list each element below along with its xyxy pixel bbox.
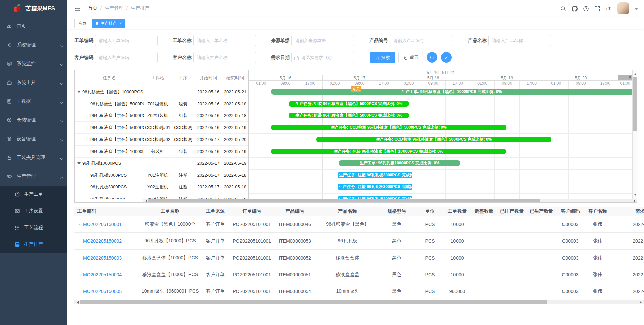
gantt-task-grid: 任务名工作站工序开始时间结束时间96孔移液盒【黑色】10000PCS2022-0… xyxy=(75,70,249,199)
table-row[interactable]: MO20220515000510mm吸头【960000】PCS客户订单PO202… xyxy=(74,283,644,298)
tab-production-scheduling[interactable]: 生产排产 × xyxy=(92,19,125,28)
gantt-task-row[interactable]: 96孔移液盒【黑色】10000PCS2022-05-162022-05-21 xyxy=(75,86,249,98)
product-code-input[interactable] xyxy=(390,35,452,46)
work-order-link[interactable]: MO202205150005 xyxy=(83,289,122,294)
hamburger-icon xyxy=(74,6,80,12)
scroll-right-arrow[interactable] xyxy=(640,301,643,304)
sidebar-item-production-work-order[interactable]: 生产工单 xyxy=(0,186,67,203)
scrollbar-thumb[interactable] xyxy=(633,77,637,131)
gantt-bar[interactable]: 生产任务: CCD检测 96孔移液盒【黑色】5000PCS 完成比例: 0% xyxy=(271,125,506,130)
tab-close-icon[interactable]: × xyxy=(119,21,122,26)
scroll-left-arrow[interactable] xyxy=(75,301,79,304)
gantt-task-row[interactable]: 96孔孔板3000PCSY03注塑机注塑2022-05-172022-05-18 xyxy=(75,193,249,199)
header-search-icon[interactable] xyxy=(560,5,566,11)
sidebar-item-warehouse-management[interactable]: 仓储管理 xyxy=(0,111,67,129)
task-end-date: 2022-05-19 xyxy=(222,146,249,157)
sidebar-item-master-data[interactable]: 主数据 xyxy=(0,92,67,111)
scrollbar-thumb[interactable] xyxy=(148,199,540,203)
cell-demand: 2022-05-22 xyxy=(611,272,644,277)
search-button[interactable]: 搜索 xyxy=(370,52,395,63)
font-size-icon[interactable]: TT xyxy=(606,5,612,11)
product-code-label: 产品编号 xyxy=(369,35,389,46)
table-row[interactable]: MO202205150004移液盒盒盖【10000】PCS客户订单PO20220… xyxy=(74,266,644,283)
sidebar-item-production-scheduling[interactable]: 生产排产 xyxy=(0,236,67,253)
work-order-link[interactable]: MO202205150002 xyxy=(83,238,122,244)
sidebar-item-system-tools[interactable]: 系统工具 xyxy=(0,73,67,92)
work-order-code-input[interactable] xyxy=(95,35,158,46)
gantt-bar[interactable]: 生产任务: 注塑 96孔孔板3000PCS 完成比例: 0% xyxy=(338,184,413,190)
gantt-task-row[interactable]: 96孔孔板3000PCSY01注塑机注塑2022-05-172022-05-18 xyxy=(75,169,249,181)
task-workstation: Y03注塑机 xyxy=(144,193,171,199)
work-order-link[interactable]: MO202205150003 xyxy=(83,255,122,261)
sidebar-item-process-flow[interactable]: 工艺流程 xyxy=(0,219,67,236)
table-row[interactable]: MO20220515000296孔孔板【10000】PCS客户订单PO20220… xyxy=(74,233,644,250)
sidebar: 苦糖果MES 首页系统管理系统监控系统工具主数据仓储管理设备管理工装夹具管理生产… xyxy=(0,0,67,325)
gantt-bar[interactable]: 生产工单: 96孔移液盒【黑色】10000PCS 完成比例: 0% xyxy=(271,89,632,95)
work-order-table: 工单编码工单名称工单来源订单编号产品编号产品名称规格型号单位工单数量调整数量已排… xyxy=(74,207,644,298)
sidebar-item-system-monitoring[interactable]: 系统监控 xyxy=(0,54,67,73)
gantt-bar[interactable]: 生产任务: 注塑 96孔孔板3000PCS 完成比例: 0% xyxy=(338,172,413,178)
help-icon[interactable] xyxy=(583,5,589,11)
timeline-hour-label: 17:00 xyxy=(298,81,322,86)
hamburger-icon[interactable] xyxy=(74,5,80,11)
customer-name-input[interactable] xyxy=(193,52,256,63)
table-row[interactable]: MO202205150001移液盒【黑色】10000个客户订单PO2022051… xyxy=(74,216,644,233)
app-logo[interactable]: 苦糖果MES xyxy=(0,0,67,17)
gantt-bar[interactable]: 生产任务: 组装 96孔移液盒【黑色】5000PCS 完成比例: 0% xyxy=(289,101,409,107)
table-horizontal-scrollbar[interactable] xyxy=(74,300,644,304)
gantt-bar[interactable]: 生产任务: 组装 96孔移液盒【黑色】5000PCS 完成比例: 0% xyxy=(289,113,409,118)
gantt-task-row[interactable]: 96孔移液盒【黑色】5000PCSCCD检测#02CCD检测2022-05-17… xyxy=(75,133,249,146)
chevron-down-icon xyxy=(59,119,64,124)
scroll-left-arrow[interactable] xyxy=(144,200,147,202)
gantt-bar[interactable]: 生产任务: 注塑 96孔孔板3000PCS 完成比例: 0% xyxy=(338,196,413,199)
cell-source: 客户订单 xyxy=(199,221,232,227)
breadcrumb-home[interactable]: 首页 xyxy=(88,5,97,11)
gantt-horizontal-scrollbar[interactable] xyxy=(143,199,637,203)
dashboard-icon xyxy=(7,23,12,29)
caret-down-icon[interactable] xyxy=(635,8,638,12)
sidebar-item-process-settings[interactable]: 工序设置 xyxy=(0,203,67,219)
gantt-task-row[interactable]: 96孔移液盒【黑色】5000PCSZ01组装机组装2022-05-162022-… xyxy=(75,98,249,110)
scroll-right-arrow[interactable] xyxy=(634,200,637,202)
sidebar-item-home[interactable]: 首页 xyxy=(0,17,67,36)
scroll-up-arrow[interactable] xyxy=(634,72,637,75)
scrollbar-thumb[interactable] xyxy=(80,300,547,304)
refresh-circle-button[interactable] xyxy=(427,52,437,63)
work-order-link[interactable]: MO202205150001 xyxy=(83,222,122,227)
customer-code-input[interactable] xyxy=(95,52,158,63)
gantt-task-row[interactable]: 96孔移液盒【黑色】5000PCSCCD检测#01CCD检测2022-05-16… xyxy=(75,122,249,134)
timeline-day-label: 5月 21 xyxy=(629,75,632,81)
gantt-vertical-scrollbar[interactable] xyxy=(632,70,637,199)
cell-order: PO202205101001 xyxy=(232,255,272,261)
table-row[interactable]: MO202205150003移液盒盒体【10000】PCS客户订单PO20220… xyxy=(74,250,644,266)
source-document-label: 来源单据 xyxy=(271,35,291,46)
gantt-task-row[interactable]: 96孔孔板3000PCSY02注塑机注塑2022-05-172022-05-18 xyxy=(75,181,249,193)
gantt-bar[interactable]: 生产工单: 96孔孔板10000PCS 完成比例: 0% xyxy=(339,160,461,166)
sidebar-item-tooling-fixture-management[interactable]: 工装夹具管理 xyxy=(0,148,67,167)
sidebar-item-equipment-management[interactable]: 设备管理 xyxy=(0,129,67,148)
work-order-link[interactable]: MO202205150004 xyxy=(83,272,122,277)
work-order-name-input[interactable] xyxy=(193,35,256,46)
gantt-task-row[interactable]: 96孔移液盒【黑色】5000PCSZ02组装机组装2022-05-162022-… xyxy=(75,110,249,122)
timeline-hour-label: 17:00 xyxy=(519,81,544,86)
source-document-input[interactable] xyxy=(291,35,354,46)
gantt-task-row[interactable]: 96孔孔板10000PCS2022-05-172022-05-19 xyxy=(75,157,249,169)
fullscreen-icon[interactable] xyxy=(594,5,600,11)
github-icon[interactable] xyxy=(572,5,578,11)
edit-circle-button[interactable] xyxy=(441,52,452,63)
scroll-down-arrow[interactable] xyxy=(634,194,637,197)
cell-cust_code: C00003 xyxy=(556,238,584,244)
gantt-task-row[interactable]: 96孔移液盒【黑色】10000PCS包装机包装2022-05-162022-05… xyxy=(75,146,249,158)
tab-home[interactable]: 首页 xyxy=(74,19,90,28)
task-start-date: 2022-05-17 xyxy=(195,157,222,169)
demand-date-input[interactable] xyxy=(291,52,354,63)
collapse-triangle-icon[interactable] xyxy=(77,91,81,95)
user-avatar[interactable] xyxy=(617,2,629,14)
product-name-input[interactable] xyxy=(488,35,551,46)
sidebar-item-system-management[interactable]: 系统管理 xyxy=(0,36,67,54)
gantt-bar[interactable]: 生产任务: CCD检测 96孔移液盒【黑色】5000PCS 完成比例: 0% xyxy=(316,137,551,142)
sidebar-item-production-management[interactable]: 生产管理 xyxy=(0,167,67,186)
gantt-bar[interactable]: 生产任务: 包装 96孔移液盒【黑色】10000PCS 完成比例: 0% xyxy=(271,149,506,154)
collapse-triangle-icon[interactable] xyxy=(77,162,81,166)
reset-button[interactable]: 重置 xyxy=(398,52,423,63)
